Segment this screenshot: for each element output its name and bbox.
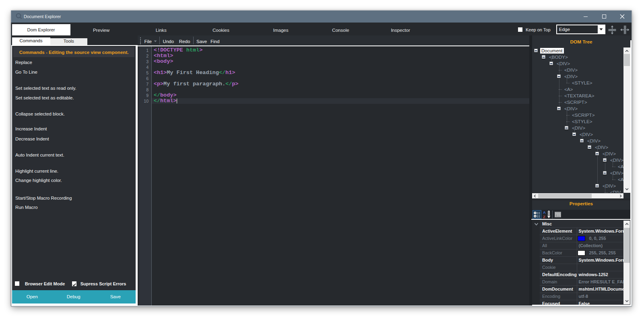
svg-text:Z: Z: [543, 214, 545, 219]
svg-text:A: A: [543, 210, 546, 215]
